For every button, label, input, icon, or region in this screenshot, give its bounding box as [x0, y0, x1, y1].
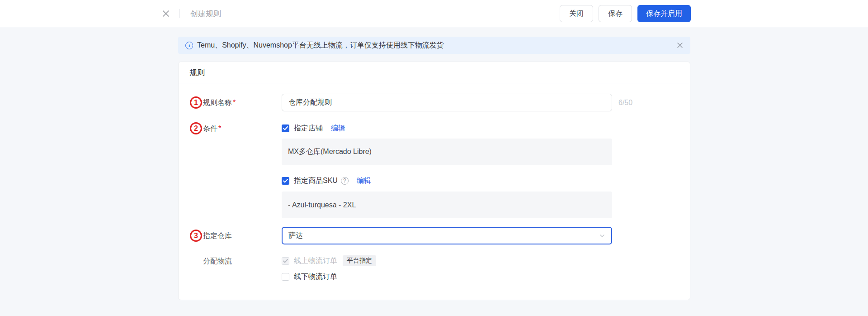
warehouse-select-value: 萨达 [288, 231, 303, 240]
conditions-label-text: 条件 [203, 124, 217, 132]
info-banner: i Temu、Shopify、Nuvemshop平台无线上物流，订单仅支持使用线… [178, 37, 690, 54]
platform-assigned-tag: 平台指定 [343, 255, 376, 266]
store-edit-link[interactable]: 编辑 [331, 124, 345, 133]
sku-checkbox[interactable] [282, 177, 289, 185]
store-condition-row: 指定店铺 编辑 [282, 123, 345, 134]
offline-logistics-checkbox[interactable] [282, 273, 289, 281]
sku-checkbox-label: 指定商品SKU [294, 176, 338, 186]
topbar: 创建规则 关闭 保存 保存并启用 [0, 0, 868, 27]
store-checkbox[interactable] [282, 124, 289, 132]
rule-name-input[interactable] [282, 94, 612, 111]
page-title: 创建规则 [190, 0, 221, 27]
save-button[interactable]: 保存 [599, 5, 632, 22]
create-rule-page: { "topbar": { "title": "创建规则", "buttons"… [0, 0, 868, 316]
rule-name-label: 规则名称* [203, 98, 236, 108]
offline-logistics-row: 线下物流订单 [282, 271, 337, 282]
required-mark: * [218, 124, 221, 132]
annotation-step-3: 3 [190, 230, 202, 242]
rule-card: 规则 1 2 3 规则名称* 6/50 条件* 指定店铺 编辑 MX多仓库(Me… [178, 62, 690, 300]
rule-name-label-text: 规则名称 [203, 99, 232, 106]
sku-value-box: - Azul-turquesa - 2XL [282, 192, 612, 218]
store-value-box: MX多仓库(Mercado Libre) [282, 139, 612, 165]
annotation-step-2: 2 [190, 122, 202, 134]
online-logistics-label: 线上物流订单 [294, 256, 337, 266]
banner-close-icon[interactable] [677, 42, 683, 48]
conditions-label: 条件* [203, 124, 221, 134]
close-icon[interactable] [160, 0, 171, 27]
online-logistics-row: 线上物流订单 平台指定 [282, 255, 376, 266]
annotation-step-1: 1 [190, 96, 202, 109]
save-and-enable-button[interactable]: 保存并启用 [637, 5, 691, 22]
card-title: 规则 [179, 62, 690, 83]
sku-edit-link[interactable]: 编辑 [357, 176, 371, 186]
offline-logistics-label: 线下物流订单 [294, 272, 337, 282]
divider [179, 9, 180, 18]
warehouse-label: 指定仓库 [203, 231, 232, 241]
info-icon: i [185, 42, 193, 49]
sku-condition-row: 指定商品SKU ? 编辑 [282, 175, 371, 186]
chevron-down-icon [599, 233, 605, 239]
online-logistics-checkbox [282, 257, 289, 265]
warehouse-label-text: 指定仓库 [203, 232, 232, 239]
help-icon[interactable]: ? [341, 177, 349, 185]
required-mark: * [233, 99, 236, 106]
store-checkbox-label: 指定店铺 [294, 124, 323, 133]
topbar-actions: 关闭 保存 保存并启用 [560, 5, 691, 22]
banner-text: Temu、Shopify、Nuvemshop平台无线上物流，订单仅支持使用线下物… [197, 41, 444, 50]
warehouse-select[interactable]: 萨达 [282, 227, 612, 244]
char-counter: 6/50 [618, 99, 632, 107]
close-button[interactable]: 关闭 [560, 5, 593, 22]
logistics-label: 分配物流 [203, 257, 232, 266]
